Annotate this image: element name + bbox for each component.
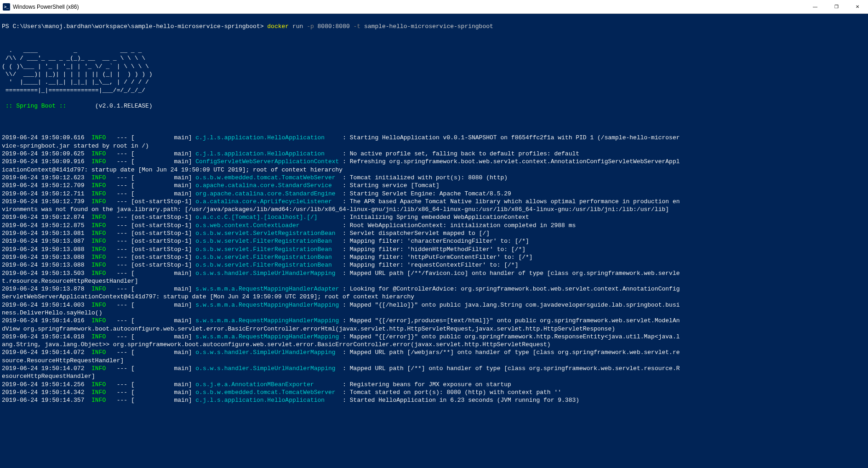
log-level: INFO	[91, 254, 106, 261]
log-thread: [ main]	[131, 150, 195, 157]
log-thread: [ost-startStop-1]	[131, 246, 195, 253]
log-line: 2019-06-24 19:50:12.874 INFO --- [ost-st…	[2, 213, 866, 221]
log-line: 2019-06-24 19:50:13.087 INFO --- [ost-st…	[2, 237, 866, 245]
log-timestamp: 2019-06-24 19:50:13.878	[2, 285, 91, 292]
log-logger: o.s.b.w.embedded.tomcat.TomcatWebServer	[195, 174, 343, 181]
log-pid: ---	[106, 174, 131, 181]
ascii-line	[2, 39, 866, 46]
cmd-port: 8080:8080	[314, 23, 354, 30]
log-thread: [ main]	[131, 389, 195, 396]
log-line: 2019-06-24 19:50:12.711 INFO --- [ main]…	[2, 190, 866, 198]
minimize-button[interactable]: —	[805, 0, 826, 14]
log-level: INFO	[91, 365, 106, 372]
log-pid: ---	[106, 222, 131, 229]
log-message: : No active profile set, falling back to…	[343, 150, 579, 157]
log-logger: c.j.l.s.application.HelloApplication	[195, 150, 343, 157]
log-message: : Mapped "{[/error]}" onto public org.sp…	[343, 333, 680, 340]
log-pid: ---	[106, 270, 131, 277]
log-thread: [ main]	[131, 333, 195, 340]
log-timestamp: 2019-06-24 19:50:12.623	[2, 174, 91, 181]
log-message: : Mapping filter: 'hiddenHttpMethodFilte…	[343, 246, 525, 253]
log-pid: ---	[106, 190, 131, 197]
log-message: : The APR based Apache Tomcat Native lib…	[343, 198, 680, 205]
log-thread: [ main]	[131, 190, 195, 197]
ascii-line: . ____ _ __ _ _	[2, 46, 866, 54]
log-pid: ---	[106, 230, 131, 237]
log-message: : Starting Servlet Engine: Apache Tomcat…	[343, 190, 511, 197]
ascii-line: =========|_|==============|___/=/_/_/_/	[2, 86, 866, 94]
log-logger: o.a.c.c.C.[Tomcat].[localhost].[/]	[195, 214, 343, 221]
log-pid: ---	[106, 333, 131, 340]
ascii-line: ( ( )\___ | '_ | '_| | '_ \/ _` | \ \ \ …	[2, 63, 866, 70]
log-thread: [ main]	[131, 302, 195, 308]
log-logger: o.s.b.w.servlet.ServletRegistrationBean	[195, 230, 343, 237]
log-logger: org.apache.catalina.core.StandardEngine	[195, 190, 343, 197]
log-level: INFO	[91, 270, 106, 277]
log-level: INFO	[91, 182, 106, 189]
terminal-output[interactable]: PS C:\Users\manoj.bardhan\workspace\samp…	[0, 14, 868, 413]
log-level: INFO	[91, 333, 106, 340]
log-thread: [ost-startStop-1]	[131, 198, 195, 205]
ascii-line: /\\ / ___'_ __ _ _(_)_ __ __ _ \ \ \ \	[2, 54, 866, 62]
log-pid: ---	[106, 238, 131, 245]
log-logger: o.s.b.w.servlet.FilterRegistrationBean	[195, 238, 343, 245]
log-logger: o.s.w.s.handler.SimpleUrlHandlerMapping	[195, 349, 343, 356]
log-line: t.resource.ResourceHttpRequestHandler]	[2, 277, 866, 285]
log-timestamp: 2019-06-24 19:50:09.616	[2, 134, 91, 141]
log-message: : Mapped "{[/error],produces=[text/html]…	[343, 317, 680, 324]
log-pid: ---	[106, 397, 131, 404]
log-line: 2019-06-24 19:50:14.016 INFO --- [ main]…	[2, 317, 866, 325]
log-thread: [ost-startStop-1]	[131, 222, 195, 229]
log-pid: ---	[106, 198, 131, 205]
log-line: 2019-06-24 19:50:14.357 INFO --- [ main]…	[2, 396, 866, 404]
log-timestamp: 2019-06-24 19:50:14.072	[2, 365, 91, 372]
log-continuation: ServletWebServerApplicationContext@4141d…	[2, 293, 414, 300]
log-thread: [ main]	[131, 285, 195, 292]
log-line: 2019-06-24 19:50:14.018 INFO --- [ main]…	[2, 333, 866, 341]
log-pid: ---	[106, 381, 131, 388]
log-line: 2019-06-24 19:50:09.625 INFO --- [ main]…	[2, 150, 866, 158]
log-logger: s.w.s.m.m.a.RequestMappingHandlerAdapter	[195, 285, 343, 292]
log-message: : Refreshing org.springframework.boot.we…	[343, 158, 680, 165]
log-pid: ---	[106, 254, 131, 261]
log-thread: [ main]	[131, 365, 195, 372]
log-thread: [ main]	[131, 134, 195, 141]
log-level: INFO	[91, 349, 106, 356]
log-message: : Mapping filter: 'characterEncodingFilt…	[343, 238, 529, 245]
log-timestamp: 2019-06-24 19:50:13.088	[2, 262, 91, 268]
log-pid: ---	[106, 262, 131, 268]
close-button[interactable]: ✕	[847, 0, 868, 14]
log-line: dView org.springframework.boot.autoconfi…	[2, 325, 866, 333]
log-pid: ---	[106, 285, 131, 292]
log-logger: s.w.s.m.m.a.RequestMappingHandlerMapping	[195, 317, 343, 324]
log-message: : Registering beans for JMX exposure on …	[343, 381, 511, 388]
log-thread: [ main]	[131, 381, 195, 388]
log-line: 2019-06-24 19:50:14.256 INFO --- [ main]…	[2, 381, 866, 388]
log-logger: o.apache.catalina.core.StandardService	[195, 182, 343, 189]
log-logger: o.s.w.s.handler.SimpleUrlHandlerMapping	[195, 365, 343, 372]
cmd-flag-t: -t	[354, 23, 361, 30]
log-level: INFO	[91, 285, 106, 292]
log-pid: ---	[106, 214, 131, 221]
log-line: ness.DeliverHello.sayHello()	[2, 309, 866, 317]
log-thread: [ main]	[131, 270, 195, 277]
log-message: : Tomcat started on port(s): 8080 (http)…	[343, 389, 561, 396]
log-timestamp: 2019-06-24 19:50:12.875	[2, 222, 91, 229]
log-level: INFO	[91, 222, 106, 229]
maximize-button[interactable]: ❐	[826, 0, 847, 14]
spring-ascii-banner: . ____ _ __ _ _ /\\ / ___'_ __ _ _(_)_ _…	[2, 39, 866, 94]
log-line: 2019-06-24 19:50:12.623 INFO --- [ main]…	[2, 174, 866, 182]
cmd-docker: docker	[267, 23, 289, 30]
log-level: INFO	[91, 174, 106, 181]
window-titlebar: >_ Windows PowerShell (x86) — ❐ ✕	[0, 0, 868, 14]
log-pid: ---	[106, 150, 131, 157]
log-message: : Mapped URL path [/**] onto handler of …	[343, 365, 680, 372]
log-level: INFO	[91, 198, 106, 205]
window-controls: — ❐ ✕	[805, 0, 868, 14]
log-logger: o.s.b.w.servlet.FilterRegistrationBean	[195, 254, 343, 261]
log-timestamp: 2019-06-24 19:50:12.709	[2, 182, 91, 189]
log-timestamp: 2019-06-24 19:50:13.088	[2, 246, 91, 253]
log-pid: ---	[106, 182, 131, 189]
log-message: : Started HelloApplication in 6.23 secon…	[343, 397, 579, 404]
log-thread: [ main]	[131, 174, 195, 181]
